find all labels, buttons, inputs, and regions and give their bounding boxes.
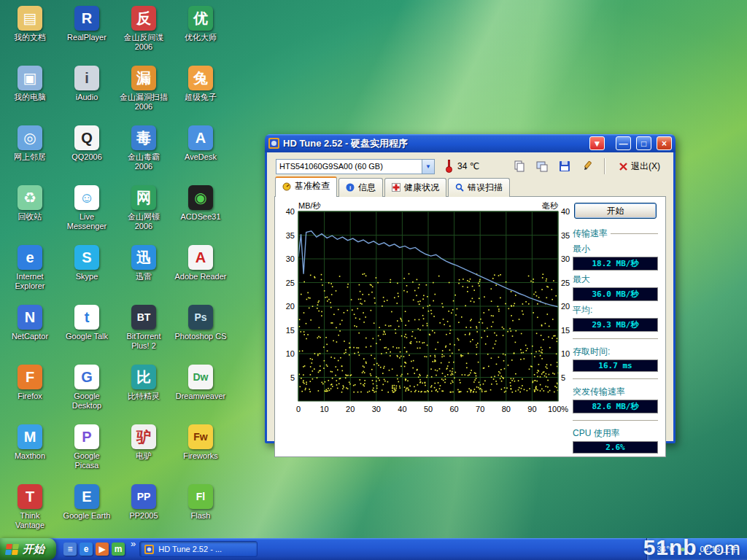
desktop-icon-google-talk[interactable]: t Google Talk (58, 300, 115, 360)
start-benchmark-button[interactable]: 开始 (574, 203, 657, 219)
svg-text:30: 30 (372, 405, 381, 413)
thunder-xunlei-icon: 迅 (131, 245, 156, 270)
desktop-icon-bitspirit[interactable]: 比 比特精灵 (115, 360, 172, 420)
desktop-icon-qq2006[interactable]: Q QQ2006 (58, 121, 115, 181)
kingsoft-netguard-2006-icon: 网 (131, 185, 156, 210)
svg-text:40: 40 (286, 207, 295, 216)
hd-tune-app-icon (268, 138, 279, 149)
save-screenshot-button[interactable] (556, 158, 573, 174)
desktop-icon-acdsee31[interactable]: ◉ ACDSee31 (172, 181, 229, 241)
desktop-icon-google-earth[interactable]: E Google Earth (58, 480, 115, 540)
desktop-icon-label: Internet Explorer (15, 272, 45, 290)
maximize-button[interactable]: □ (636, 136, 651, 150)
desktop-icon-dreamweaver[interactable]: Dw Dreamweaver (172, 360, 229, 420)
desktop-icon-realplayer[interactable]: R RealPlayer (58, 1, 115, 61)
maxthon-quick-icon[interactable]: m (112, 542, 125, 556)
tab-health[interactable]: 健康状况 (384, 178, 446, 197)
copy-results-button[interactable] (511, 158, 528, 174)
desktop-icon-kingsoft-vulnscan-2006[interactable]: 漏 金山漏洞扫描 2006 (115, 61, 172, 121)
stats-separator (573, 420, 658, 421)
desktop-icon-adobe-reader[interactable]: A Adobe Reader (172, 241, 229, 300)
desktop-icon-youhua-dashi[interactable]: 优 优化大师 (172, 1, 229, 61)
desktop-icon-my-computer[interactable]: ▣ 我的电脑 (1, 61, 58, 121)
desktop[interactable]: { "desktop": { "icons": [ {"name":"my-do… (0, 0, 747, 560)
youhua-dashi-icon: 优 (188, 6, 213, 31)
quick-launch-chevron-icon[interactable]: » (129, 538, 137, 560)
red-x-icon (619, 163, 627, 171)
desktop-icon-maxthon[interactable]: M Maxthon (1, 420, 58, 480)
taskbar: 开始 ≡e▶m » HD Tune 2.52 - ... 34℃ ● ♪ 02:… (0, 538, 747, 560)
google-earth-icon: E (74, 484, 99, 509)
desktop-icon-think-vantage[interactable]: T Think Vantage (1, 480, 58, 540)
desktop-icon-photoshop-cs[interactable]: Ps Photoshop CS (172, 300, 229, 360)
svg-text:10: 10 (286, 349, 295, 358)
network-places-icon: ◎ (18, 125, 42, 150)
cpu-usage-value: 2.6% (573, 441, 658, 454)
window-titlebar[interactable]: HD Tune 2.52 - 硬盘实用程序 ▼ — □ × (265, 134, 676, 152)
desktop-icon-pp2005[interactable]: PP PP2005 (115, 480, 172, 540)
desktop-icon-label: 金山网镖 2006 (128, 212, 160, 230)
desktop-icon-kingsoft-antispy-2006[interactable]: 反 金山反间谍 2006 (115, 1, 172, 61)
hd-tune-task-icon (144, 545, 154, 554)
desktop-icon-netcaptor[interactable]: N NetCaptor (1, 300, 58, 360)
copy-screenshot-button[interactable] (533, 158, 551, 174)
desktop-icon-avedesk[interactable]: A AveDesk (172, 121, 229, 181)
tab-error-scan[interactable]: 错误扫描 (448, 178, 510, 197)
tab-strip: 基准检查 i 信息 健康状况 (267, 178, 673, 197)
benchmark-chart: 0102030405060708090100%55101015152020252… (276, 201, 571, 416)
desktop-icon-thunder-xunlei[interactable]: 迅 迅雷 (115, 241, 172, 300)
transfer-rate-group-label: 传输速率 (573, 228, 608, 240)
svg-text:70: 70 (476, 405, 484, 413)
watermark-51nb: 51nb.com (643, 535, 741, 560)
download-arrow-button[interactable]: ▼ (589, 136, 605, 150)
desktop-icon-label: Google Earth (63, 511, 111, 521)
desktop-icon-flash[interactable]: Fl Flash (172, 480, 229, 540)
desktop-icon-skype[interactable]: S Skype (58, 241, 115, 300)
desktop-icon-network-places[interactable]: ◎ 网上邻居 (1, 121, 58, 181)
options-button[interactable] (578, 158, 596, 174)
desktop-icon-google-desktop[interactable]: G Google Desktop (58, 360, 115, 420)
svg-text:90: 90 (527, 405, 536, 413)
info-icon: i (346, 183, 355, 192)
drive-select-dropdown[interactable]: HTS541060G9SA00 (60 GB) ▼ (276, 159, 435, 174)
access-time-value: 16.7 ms (573, 359, 658, 372)
svg-text:80: 80 (502, 405, 511, 413)
svg-text:60: 60 (449, 405, 458, 413)
chevron-down-icon[interactable]: ▼ (422, 160, 434, 174)
desktop-icon-kingsoft-netguard-2006[interactable]: 网 金山网镖 2006 (115, 181, 172, 241)
desktop-icon-my-documents[interactable]: ▤ 我的文档 (1, 1, 58, 61)
desktop-icon-kingsoft-duba-2006[interactable]: 毒 金山毒霸 2006 (115, 121, 172, 181)
desktop-icon-label: Adobe Reader (175, 272, 227, 281)
taskbar-task-hd-tune[interactable]: HD Tune 2.52 - ... (139, 541, 258, 557)
desktop-icon-fireworks[interactable]: Fw Fireworks (172, 420, 229, 480)
desktop-icon-live-messenger[interactable]: ☺ Live Messenger (58, 181, 115, 241)
desktop-icon-iaudio[interactable]: i iAudio (58, 61, 115, 121)
media-player-quick-icon[interactable]: ▶ (96, 542, 109, 556)
desktop-icon-label: AveDesk (185, 152, 217, 162)
desktop-icon-google-picasa[interactable]: P Google Picasa (58, 420, 115, 480)
live-messenger-icon: ☺ (74, 185, 99, 210)
desktop-icon-label: ACDSee31 (180, 212, 220, 222)
desktop-icon-emule[interactable]: 驴 电驴 (115, 420, 172, 480)
desktop-icon-label: 超级兔子 (185, 93, 217, 102)
exit-button[interactable]: 退出(X) (614, 159, 666, 174)
svg-text:25: 25 (286, 279, 295, 287)
svg-text:35: 35 (286, 231, 295, 240)
desktop-icon-firefox[interactable]: F Firefox (1, 360, 58, 420)
stats-separator (573, 378, 658, 380)
internet-explorer-quick-icon[interactable]: e (80, 542, 93, 556)
max-label: 最大 (573, 273, 658, 286)
tab-benchmark[interactable]: 基准检查 (275, 176, 337, 197)
desktop-icon-super-rabbit[interactable]: 兔 超级兔子 (172, 61, 229, 121)
start-button[interactable]: 开始 (0, 538, 56, 560)
show-desktop-icon[interactable]: ≡ (63, 542, 77, 556)
minimize-button[interactable]: — (616, 136, 631, 150)
desktop-icon-internet-explorer[interactable]: e Internet Explorer (1, 241, 58, 300)
task-button-label: HD Tune 2.52 - ... (158, 545, 222, 553)
tab-info[interactable]: i 信息 (338, 178, 383, 197)
desktop-icon-bittorrent-plus-2[interactable]: BT BitTorrent Plus! 2 (115, 300, 172, 360)
tab-error-scan-label: 错误扫描 (468, 182, 503, 194)
desktop-icon-recycle-bin[interactable]: ♻ 回收站 (1, 181, 58, 241)
desktop-icon-label: iAudio (76, 93, 98, 102)
close-button[interactable]: × (657, 136, 672, 150)
